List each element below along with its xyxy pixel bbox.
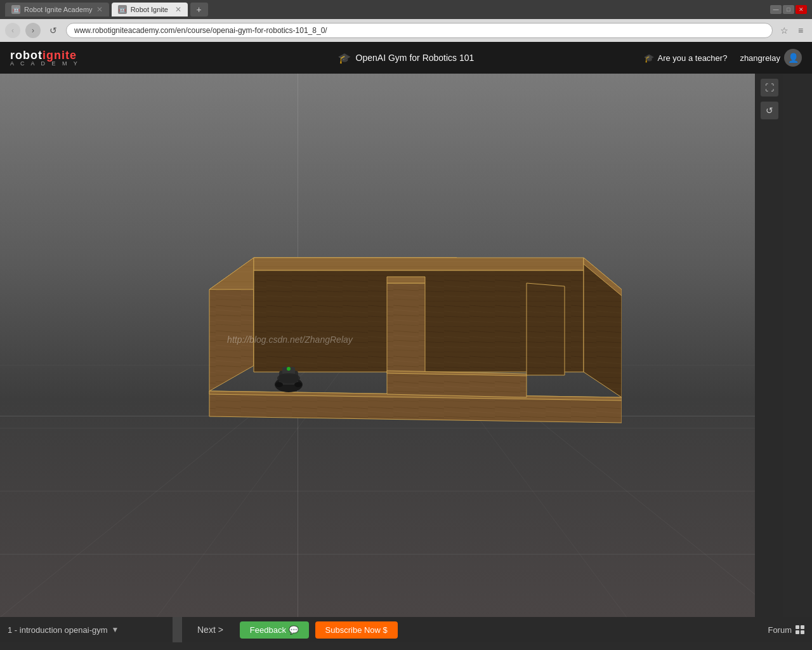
- logo-robot-text: robotignite: [10, 50, 80, 61]
- bottom-bar: 1 - introduction openai-gym ▼ Next > Fee…: [0, 617, 812, 642]
- teacher-label: Are you a teacher?: [658, 53, 728, 63]
- user-avatar: 👤: [784, 49, 802, 67]
- teacher-link[interactable]: 🎓 Are you a teacher?: [644, 53, 728, 63]
- maze-svg: [190, 150, 622, 518]
- svg-marker-37: [387, 372, 527, 397]
- tab1-label: Robot Ignite Academy: [24, 6, 93, 13]
- tab1-favicon: 🤖: [11, 5, 20, 14]
- back-button[interactable]: ‹: [5, 23, 20, 38]
- app-navbar: robotignite A C A D E M Y 🎓 OpenAI Gym f…: [0, 42, 812, 74]
- lesson-info: 1 - introduction openai-gym ▼: [8, 625, 173, 635]
- logo-academy-text: A C A D E M Y: [10, 61, 80, 67]
- logo-ignite-word: ignite: [43, 49, 77, 62]
- browser-tab-2[interactable]: 🤖 Robot Ignite ✕: [112, 3, 188, 17]
- simulation-viewport[interactable]: http://blog.csdn.net/ZhangRelay ⛶ ↺: [0, 74, 783, 617]
- logo-robot-word: robot: [10, 49, 43, 62]
- rotate-icon[interactable]: ↺: [761, 102, 778, 119]
- tab2-favicon: 🤖: [118, 5, 127, 14]
- menu-icon[interactable]: ≡: [794, 24, 807, 37]
- user-area[interactable]: zhangrelay 👤: [740, 49, 802, 67]
- forward-button[interactable]: ›: [25, 23, 41, 38]
- close-button[interactable]: ✕: [796, 5, 807, 14]
- navbar-right: 🎓 Are you a teacher? zhangrelay 👤: [644, 49, 802, 67]
- new-tab-button[interactable]: +: [190, 3, 208, 17]
- next-button[interactable]: Next >: [187, 621, 233, 639]
- address-icons: ☆ ≡: [778, 24, 807, 37]
- main-content: http://blog.csdn.net/ZhangRelay ⛶ ↺: [0, 74, 812, 617]
- refresh-button[interactable]: ↺: [46, 23, 61, 38]
- tab2-close[interactable]: ✕: [175, 5, 181, 14]
- svg-marker-39: [527, 283, 565, 375]
- svg-marker-35: [387, 283, 425, 372]
- bottom-actions: Next > Feedback 💬 Subscribe Now $: [187, 621, 398, 639]
- browser-tab-1[interactable]: 🤖 Robot Ignite Academy ✕: [5, 3, 109, 17]
- forum-label: Forum: [768, 625, 792, 635]
- tab1-close[interactable]: ✕: [96, 5, 103, 14]
- address-bar: ‹ › ↺ ☆ ≡: [0, 19, 812, 42]
- bottom-scrollbar[interactable]: [173, 617, 182, 642]
- forum-button[interactable]: Forum: [768, 625, 804, 635]
- svg-point-46: [294, 382, 302, 387]
- forum-grid-icon: [796, 625, 804, 634]
- lesson-dropdown[interactable]: ▼: [112, 625, 119, 634]
- bookmark-icon[interactable]: ☆: [778, 24, 790, 37]
- sim-canvas: http://blog.csdn.net/ZhangRelay: [0, 74, 783, 617]
- window-controls: — □ ✕: [770, 5, 807, 14]
- lesson-label: 1 - introduction openai-gym: [8, 625, 108, 635]
- svg-point-45: [275, 382, 283, 387]
- navbar-course-title: 🎓 OpenAI Gym for Robotics 101: [338, 52, 475, 64]
- feedback-button[interactable]: Feedback 💬: [240, 621, 309, 639]
- grad-cap-icon: 🎓: [338, 52, 351, 64]
- minimize-button[interactable]: —: [770, 5, 782, 14]
- username-text: zhangrelay: [740, 53, 780, 63]
- tab2-label: Robot Ignite: [131, 6, 168, 13]
- svg-point-43: [287, 367, 291, 371]
- svg-marker-36: [387, 277, 425, 283]
- side-panel: ⛶ ↺: [755, 74, 783, 617]
- address-input[interactable]: [66, 23, 773, 38]
- course-title-text: OpenAI Gym for Robotics 101: [356, 53, 475, 63]
- subscribe-button[interactable]: Subscribe Now $: [315, 621, 398, 639]
- teacher-cap-icon: 🎓: [644, 53, 654, 63]
- logo[interactable]: robotignite A C A D E M Y: [10, 50, 80, 67]
- browser-title-bar: 🤖 Robot Ignite Academy ✕ 🤖 Robot Ignite …: [0, 0, 812, 19]
- svg-point-44: [277, 373, 300, 383]
- expand-icon[interactable]: ⛶: [761, 79, 778, 96]
- maximize-button[interactable]: □: [783, 5, 794, 14]
- svg-marker-29: [254, 258, 584, 270]
